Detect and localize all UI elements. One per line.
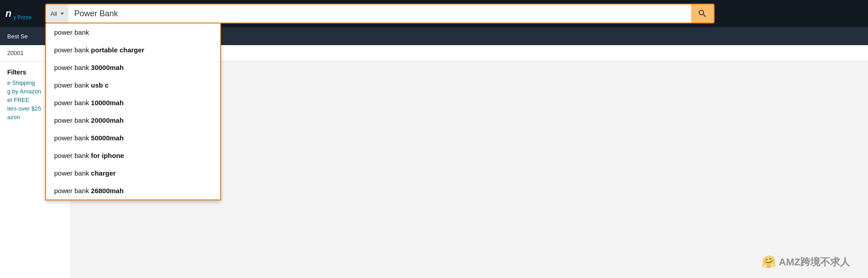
search-container: All — [45, 4, 715, 23]
dropdown-item-0[interactable]: power bank — [46, 23, 220, 41]
watermark: 🤗 AMZ跨境不求人 — [762, 255, 850, 269]
watermark-text: AMZ跨境不求人 — [779, 255, 850, 269]
search-icon — [697, 9, 707, 19]
search-category-button[interactable]: All — [45, 4, 69, 23]
dropdown-item-text-0: power bank — [54, 28, 89, 36]
search-button[interactable] — [691, 4, 715, 23]
dropdown-item-bold-8: charger — [91, 169, 116, 177]
dropdown-item-bold-6: 50000mah — [91, 134, 124, 142]
dropdown-item-1[interactable]: power bank portable charger — [46, 41, 220, 59]
dropdown-item-light-3: power bank — [54, 81, 89, 89]
search-input[interactable] — [69, 4, 691, 23]
dropdown-item-light-8: power bank — [54, 169, 89, 177]
watermark-icon: 🤗 — [762, 255, 776, 269]
dropdown-item-light-2: power bank — [54, 64, 89, 71]
dropdown-item-bold-4: 10000mah — [91, 99, 124, 107]
dropdown-item-light-1: power bank — [54, 46, 89, 54]
dropdown-item-light-5: power bank — [54, 116, 89, 124]
dropdown-item-2[interactable]: power bank 30000mah — [46, 59, 220, 76]
nav-logo: n — [5, 8, 13, 19]
dropdown-item-6[interactable]: power bank 50000mah — [46, 129, 220, 147]
dropdown-item-light-9: power bank — [54, 187, 89, 195]
category-label: All — [51, 10, 57, 17]
dropdown-item-7[interactable]: power bank for iphone — [46, 147, 220, 164]
nav-prime: y Prime — [13, 14, 32, 21]
search-dropdown: power bank power bank portable charger p… — [45, 23, 221, 200]
dropdown-item-light-6: power bank — [54, 134, 89, 142]
dropdown-item-light-4: power bank — [54, 99, 89, 107]
dropdown-item-bold-3: usb c — [91, 81, 109, 89]
dropdown-item-8[interactable]: power bank charger — [46, 164, 220, 182]
dropdown-item-3[interactable]: power bank usb c — [46, 76, 220, 94]
dropdown-item-bold-7: for iphone — [91, 152, 124, 159]
dropdown-item-bold-2: 30000mah — [91, 64, 124, 71]
chevron-down-icon — [60, 13, 64, 15]
secondary-nav-best-sellers[interactable]: Best Se — [7, 33, 28, 40]
dropdown-item-4[interactable]: power bank 10000mah — [46, 94, 220, 111]
dropdown-item-bold-5: 20000mah — [91, 116, 124, 124]
dropdown-item-5[interactable]: power bank 20000mah — [46, 111, 220, 129]
dropdown-item-light-7: power bank — [54, 152, 89, 159]
dropdown-item-9[interactable]: power bank 26800mah — [46, 182, 220, 199]
dropdown-item-bold-9: 26800mah — [91, 187, 124, 195]
dropdown-item-bold-1: portable charger — [91, 46, 144, 54]
location-text: 20001 — [7, 50, 23, 56]
